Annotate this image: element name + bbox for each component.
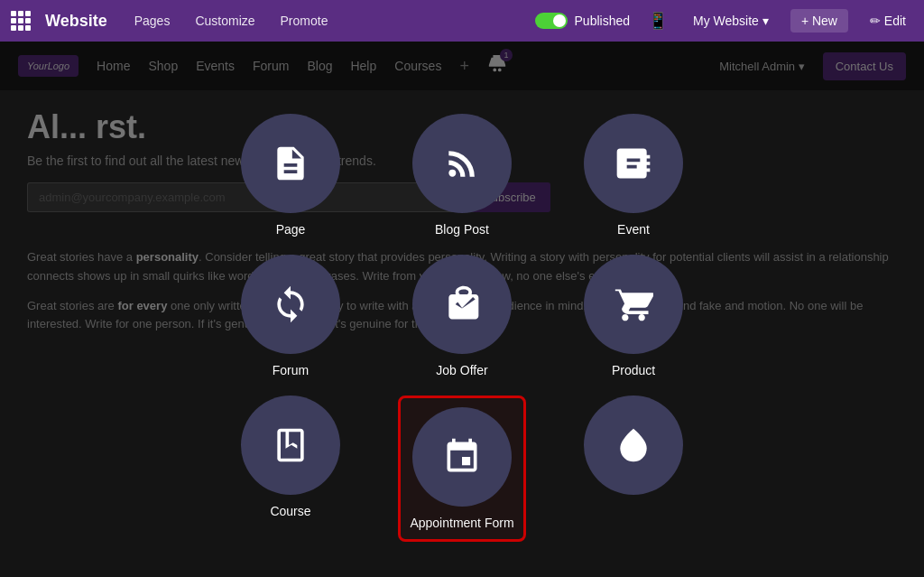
pages-link[interactable]: Pages	[129, 10, 176, 32]
mobile-view-icon[interactable]: 📱	[648, 11, 668, 31]
appointment-highlight-box: Appointment Form	[398, 396, 525, 542]
menu-item-course[interactable]: Course	[241, 396, 340, 542]
grid-menu-icon[interactable]	[11, 11, 31, 31]
customize-link[interactable]: Customize	[189, 10, 260, 32]
course-icon	[271, 425, 310, 465]
course-icon-circle	[241, 396, 340, 495]
appointment-icon-circle	[412, 407, 512, 507]
appointment-icon	[442, 437, 482, 477]
page-label: Page	[276, 222, 306, 237]
my-website-label: My Website	[693, 14, 759, 28]
published-label: Published	[575, 14, 631, 28]
new-button[interactable]: + New	[790, 9, 848, 33]
brand-name: Website	[45, 12, 107, 31]
event-icon-circle	[584, 114, 683, 213]
page-icon	[271, 144, 310, 183]
forum-icon-circle	[241, 255, 340, 354]
my-website-chevron: ▾	[762, 14, 769, 28]
promote-link[interactable]: Promote	[275, 10, 334, 32]
toggle-switch[interactable]	[535, 13, 568, 29]
event-label: Event	[617, 222, 650, 237]
menu-item-page[interactable]: Page	[241, 114, 340, 237]
droplet-icon	[614, 425, 653, 465]
job-icon	[442, 284, 482, 324]
blog-icon	[442, 144, 482, 183]
menu-item-appointment-form[interactable]: Appointment Form	[398, 396, 525, 542]
appointment-form-label: Appointment Form	[410, 516, 513, 530]
menu-item-product[interactable]: Product	[584, 255, 683, 377]
my-website-button[interactable]: My Website ▾	[686, 10, 776, 32]
menu-item-event[interactable]: Event	[584, 114, 683, 237]
job-icon-circle	[412, 255, 512, 354]
top-navigation: Website Pages Customize Promote Publishe…	[0, 0, 924, 42]
event-icon	[614, 144, 653, 183]
new-content-dropdown: Page Blog Post Event	[196, 96, 728, 560]
forum-label: Forum	[273, 363, 309, 377]
blog-post-label: Blog Post	[435, 222, 489, 237]
edit-button[interactable]: ✏ Edit	[863, 10, 913, 32]
product-icon	[614, 284, 653, 324]
edit-label: ✏ Edit	[870, 14, 906, 28]
menu-item-droplet[interactable]	[584, 396, 683, 542]
product-icon-circle	[584, 255, 683, 354]
product-label: Product	[612, 363, 655, 377]
new-button-label: + New	[801, 14, 837, 28]
course-label: Course	[270, 504, 310, 518]
page-icon-circle	[241, 114, 340, 213]
published-toggle[interactable]: Published	[535, 13, 631, 29]
job-offer-label: Job Offer	[436, 363, 487, 377]
blog-icon-circle	[412, 114, 512, 213]
menu-item-job-offer[interactable]: Job Offer	[412, 255, 512, 377]
menu-item-blog-post[interactable]: Blog Post	[412, 114, 512, 237]
website-content-area: YourLogo Home Shop Events Forum Blog Hel…	[0, 42, 924, 577]
forum-icon	[271, 284, 310, 324]
menu-item-forum[interactable]: Forum	[241, 255, 340, 377]
droplet-icon-circle	[584, 396, 683, 495]
